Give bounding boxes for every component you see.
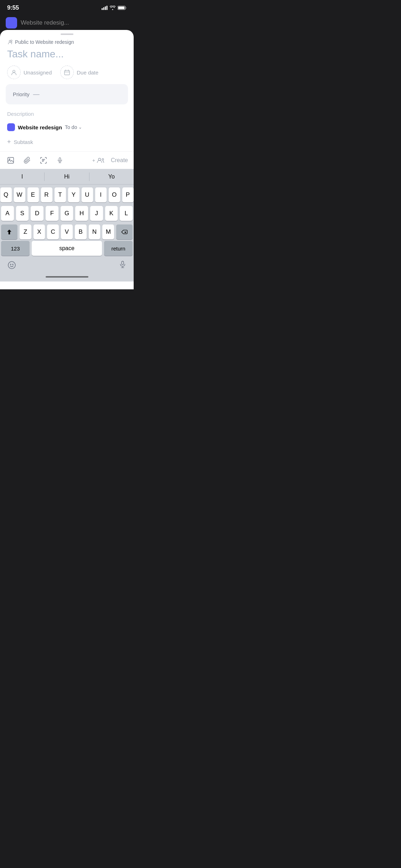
key-l[interactable]: L	[120, 206, 133, 221]
key-y[interactable]: Y	[68, 187, 79, 202]
key-u[interactable]: U	[82, 187, 93, 202]
calendar-icon-wrapper	[60, 66, 74, 79]
key-w[interactable]: W	[14, 187, 25, 202]
emoji-button[interactable]	[7, 260, 16, 271]
project-row: Website redesign To do ⌄	[0, 120, 134, 135]
due-date-button[interactable]: Due date	[60, 66, 98, 79]
attachment-icon	[24, 156, 31, 164]
key-row-1: Q W E R T Y U I O P	[1, 187, 133, 202]
project-dot	[7, 123, 15, 131]
svg-rect-1	[103, 7, 104, 10]
key-o[interactable]: O	[109, 187, 120, 202]
subtask-label: Subtask	[14, 139, 33, 145]
svg-point-9	[13, 70, 15, 72]
people-icon	[97, 157, 104, 163]
key-p[interactable]: P	[122, 187, 134, 202]
drag-handle[interactable]	[61, 33, 73, 35]
key-k[interactable]: K	[105, 206, 118, 221]
home-indicator	[0, 274, 134, 281]
key-r[interactable]: R	[41, 187, 52, 202]
svg-rect-13	[59, 158, 61, 161]
svg-rect-11	[8, 157, 14, 164]
priority-label: Priority	[13, 91, 30, 97]
due-date-label: Due date	[77, 69, 98, 76]
key-i[interactable]: I	[95, 187, 107, 202]
key-t[interactable]: T	[55, 187, 66, 202]
key-m[interactable]: M	[102, 224, 114, 239]
create-button[interactable]: Create	[111, 157, 128, 164]
scan-text-icon-button[interactable]	[38, 155, 48, 165]
key-j[interactable]: J	[90, 206, 103, 221]
mention-button[interactable]: +	[92, 157, 104, 163]
svg-point-18	[12, 264, 13, 265]
voice-icon	[119, 260, 127, 270]
scan-text-icon	[40, 156, 47, 164]
project-status-button[interactable]: To do ⌄	[65, 124, 82, 130]
numeric-key[interactable]: 123	[1, 241, 30, 256]
key-x[interactable]: X	[34, 224, 45, 239]
calendar-icon	[64, 69, 70, 76]
keyboard[interactable]: I Hi Yo Q W E R T	[0, 169, 134, 281]
microphone-icon-button[interactable]	[55, 155, 65, 165]
svg-rect-6	[118, 7, 125, 9]
wifi-icon	[110, 6, 115, 10]
plus-icon: +	[7, 138, 11, 146]
voice-button[interactable]	[119, 260, 127, 272]
assignee-label: Unassigned	[24, 69, 52, 76]
status-time: 9:55	[7, 4, 19, 11]
return-key[interactable]: return	[104, 241, 133, 256]
description-area[interactable]: Description	[0, 104, 134, 120]
project-status-label: To do	[65, 124, 77, 130]
svg-point-17	[10, 264, 11, 265]
key-d[interactable]: D	[31, 206, 43, 221]
key-g[interactable]: G	[61, 206, 73, 221]
public-label: Public to Website redesign	[0, 37, 134, 46]
svg-rect-5	[126, 7, 127, 9]
key-row-3: Z X C V B N M	[1, 224, 133, 239]
predictive-item-3[interactable]: Yo	[89, 169, 134, 184]
bottom-row: 123 space return	[0, 241, 134, 259]
key-f[interactable]: F	[46, 206, 58, 221]
shift-key[interactable]	[1, 224, 17, 239]
space-key[interactable]: space	[32, 241, 102, 256]
key-h[interactable]: H	[75, 206, 88, 221]
priority-button[interactable]: Priority —	[6, 84, 128, 104]
toolbar: + Create	[0, 151, 134, 169]
task-name-input[interactable]	[0, 46, 134, 63]
predictive-bar: I Hi Yo	[0, 169, 134, 185]
key-s[interactable]: S	[16, 206, 29, 221]
svg-rect-10	[65, 71, 70, 75]
key-v[interactable]: V	[61, 224, 73, 239]
modal-sheet: Public to Website redesign Unassigned	[0, 30, 134, 289]
predictive-item-2[interactable]: Hi	[45, 169, 89, 184]
image-icon	[7, 156, 15, 164]
delete-icon	[120, 229, 128, 235]
bg-app-icon	[6, 17, 17, 29]
subtask-button[interactable]: + Subtask	[0, 135, 134, 151]
meta-row: Unassigned Due date	[0, 63, 134, 84]
microphone-icon	[57, 156, 63, 164]
mention-icon: +	[92, 157, 95, 163]
key-b[interactable]: B	[75, 224, 87, 239]
key-q[interactable]: Q	[0, 187, 12, 202]
key-a[interactable]: A	[1, 206, 14, 221]
status-icons	[102, 6, 127, 10]
predictive-item-1[interactable]: I	[0, 169, 44, 184]
key-c[interactable]: C	[47, 224, 59, 239]
shift-icon	[6, 229, 12, 235]
key-e[interactable]: E	[27, 187, 39, 202]
public-label-text: Public to Website redesign	[15, 39, 74, 45]
svg-point-12	[9, 159, 10, 160]
key-z[interactable]: Z	[20, 224, 31, 239]
delete-key[interactable]	[116, 224, 133, 239]
signal-icon	[102, 6, 108, 10]
svg-point-16	[8, 262, 15, 269]
assignee-button[interactable]: Unassigned	[7, 66, 52, 79]
person-icon	[11, 69, 17, 76]
key-n[interactable]: N	[89, 224, 101, 239]
svg-point-15	[102, 159, 104, 160]
attachment-icon-button[interactable]	[22, 155, 32, 165]
svg-rect-2	[105, 6, 106, 10]
priority-value: —	[33, 91, 40, 98]
image-icon-button[interactable]	[6, 155, 16, 165]
